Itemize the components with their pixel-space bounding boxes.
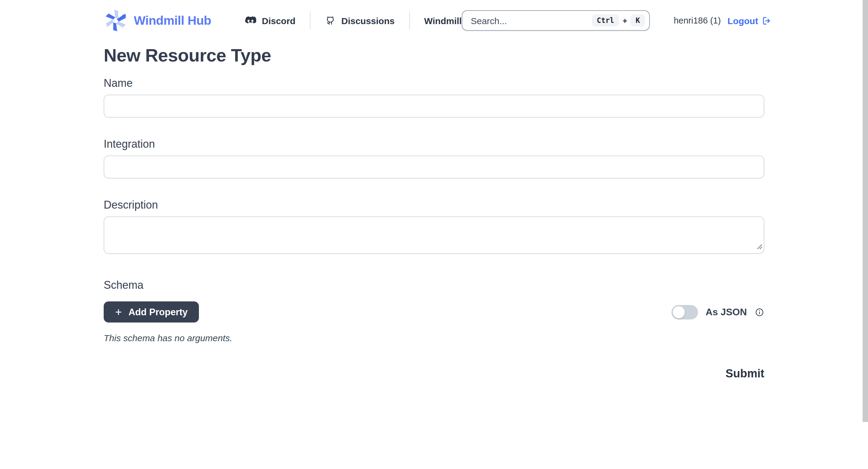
- logout-label: Logout: [727, 15, 758, 26]
- as-json-label: As JSON: [706, 307, 747, 317]
- add-property-button[interactable]: + Add Property: [104, 302, 199, 322]
- username-text: henri186 (1): [674, 16, 721, 25]
- nav-link-discussions[interactable]: Discussions: [325, 15, 395, 26]
- info-icon[interactable]: [755, 307, 764, 317]
- search-bar: Ctrl + K: [462, 10, 650, 31]
- user-area: henri186 (1) Logout: [674, 15, 771, 26]
- scrollbar-thumb[interactable]: [863, 0, 868, 422]
- name-field-group: Name: [104, 76, 764, 118]
- plus-icon: +: [115, 306, 122, 317]
- nav-link-discord[interactable]: Discord: [245, 15, 296, 26]
- main-nav: Discord Discussions Windmill: [245, 11, 462, 30]
- brand-name: Windmill Hub: [134, 13, 211, 28]
- search-input[interactable]: [470, 15, 592, 26]
- resource-type-form: Name Integration Description: [104, 76, 764, 380]
- kbd-k-badge: K: [631, 14, 645, 27]
- kbd-plus-sign: +: [623, 16, 627, 25]
- github-discussions-icon: [325, 15, 336, 26]
- schema-empty-note: This schema has no arguments.: [104, 333, 764, 343]
- windmill-logo-icon: [104, 8, 128, 33]
- integration-field-group: Integration: [104, 137, 764, 179]
- nav-divider: [310, 11, 310, 30]
- description-label: Description: [104, 198, 764, 212]
- top-navbar: Windmill Hub Discord: [0, 0, 868, 41]
- name-input[interactable]: [104, 95, 764, 118]
- nav-divider: [409, 11, 410, 30]
- kbd-ctrl-badge: Ctrl: [592, 14, 619, 27]
- logout-link[interactable]: Logout: [727, 15, 772, 26]
- page: Windmill Hub Discord: [0, 0, 868, 469]
- name-label: Name: [104, 76, 764, 90]
- add-property-label: Add Property: [128, 307, 187, 317]
- page-title: New Resource Type: [104, 44, 764, 66]
- submit-button[interactable]: Submit: [725, 367, 764, 380]
- as-json-controls: As JSON: [671, 305, 764, 319]
- nav-link-windmill[interactable]: Windmill: [424, 15, 462, 26]
- nav-link-label: Windmill: [424, 15, 462, 26]
- toggle-knob: [673, 306, 684, 318]
- nav-link-label: Discussions: [341, 15, 395, 26]
- schema-section: Schema + Add Property As JSON: [104, 278, 764, 343]
- description-field-group: Description: [104, 198, 764, 254]
- main-content: New Resource Type Name Integration Descr…: [104, 44, 764, 380]
- discord-icon: [245, 16, 256, 25]
- nav-link-label: Discord: [262, 15, 296, 26]
- logout-icon: [761, 15, 771, 26]
- schema-label: Schema: [104, 278, 764, 292]
- integration-label: Integration: [104, 137, 764, 151]
- brand-logo-link[interactable]: Windmill Hub: [104, 8, 211, 33]
- as-json-toggle[interactable]: [671, 305, 698, 319]
- description-textarea[interactable]: [104, 216, 764, 254]
- integration-input[interactable]: [104, 156, 764, 179]
